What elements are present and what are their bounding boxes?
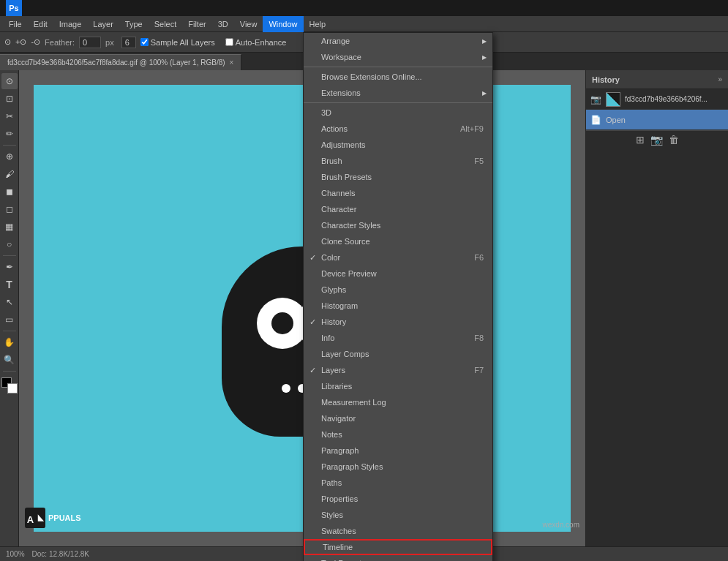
menu-filter[interactable]: Filter [182, 16, 211, 32]
checkmark-icon: ✓ [309, 317, 316, 327]
history-snapshot-row[interactable]: 📷 fd3ccd7b49e366b4206f... [586, 89, 728, 110]
window-menu-item-3d[interactable]: 3D [304, 105, 492, 121]
menu-item-label: Paths [321, 478, 342, 487]
auto-enhance-check[interactable]: Auto-Enhance [225, 38, 287, 47]
tool-brush[interactable]: 🖌 [1, 166, 18, 182]
canvas-area: A PPUALS wexdn.com [19, 70, 585, 546]
menu-file[interactable]: File [3, 16, 28, 32]
menu-type[interactable]: Type [119, 16, 149, 32]
camera-icon: 📷 [590, 94, 601, 105]
window-menu-item-properties[interactable]: Properties [304, 491, 492, 507]
window-menu-item-glyphs[interactable]: Glyphs [304, 282, 492, 298]
window-menu-item-history[interactable]: ✓History [304, 314, 492, 330]
tool-pen[interactable]: ✒ [1, 259, 18, 275]
checkmark-icon: ✓ [309, 253, 316, 263]
history-item-icon: 📄 [590, 115, 601, 125]
history-snapshot-label: fd3ccd7b49e366b4206f... [625, 95, 708, 103]
window-menu-item-measurement_log[interactable]: Measurement Log [304, 394, 492, 410]
menu-image[interactable]: Image [53, 16, 88, 32]
tool-gradient[interactable]: ▦ [1, 219, 18, 235]
history-panel-controls: » [718, 75, 722, 83]
color-picker[interactable] [1, 377, 18, 394]
toolbar-separator-2 [3, 255, 16, 256]
tool-lasso[interactable]: ⊙ [1, 73, 18, 89]
window-menu-item-channels[interactable]: Channels [304, 185, 492, 201]
menu-item-label: Paragraph Styles [321, 462, 383, 471]
window-menu-item-layer_comps[interactable]: Layer Comps [304, 346, 492, 362]
history-actions: ⊞ 📷 🗑 [586, 130, 728, 148]
tool-icon-lasso: ⊙ [4, 37, 11, 47]
menu-item-label: Timeline [323, 543, 353, 551]
tool-dodge[interactable]: ○ [1, 236, 18, 252]
menu-help[interactable]: Help [304, 16, 332, 32]
window-menu-item-browse_ext[interactable]: Browse Extensions Online... [304, 69, 492, 85]
sample-all-layers-check[interactable]: Sample All Layers [140, 38, 215, 47]
window-menu-dropdown: ArrangeWorkspaceBrowse Extensions Online… [303, 32, 493, 561]
window-menu-item-paragraph[interactable]: Paragraph [304, 443, 492, 459]
menu-edit[interactable]: Edit [28, 16, 53, 32]
doc-tab-close[interactable]: × [230, 59, 234, 67]
appuals-logo-icon: A [25, 508, 45, 528]
menu-item-label: Color [321, 253, 340, 262]
window-menu-item-workspace[interactable]: Workspace [304, 49, 492, 65]
menu-view[interactable]: View [234, 16, 263, 32]
menu-window[interactable]: Window [263, 16, 303, 32]
window-menu-item-character[interactable]: Character [304, 201, 492, 217]
history-expand-btn[interactable]: » [718, 75, 722, 83]
window-menu-item-color[interactable]: ✓ColorF6 [304, 249, 492, 266]
window-menu-item-swatches[interactable]: Swatches [304, 523, 492, 539]
menu-3d[interactable]: 3D [212, 16, 234, 32]
window-menu-item-libraries[interactable]: Libraries [304, 378, 492, 394]
history-delete-btn[interactable]: 🗑 [669, 134, 679, 146]
tool-hand[interactable]: ✋ [1, 334, 18, 350]
appuals-watermark: A PPUALS [25, 507, 83, 529]
menu-item-shortcut: F6 [474, 253, 484, 262]
tool-zoom[interactable]: 🔍 [1, 352, 18, 368]
doc-tab[interactable]: fd3ccd7b49e366b4206f5ac7f8fa8dac.gif @ 1… [0, 54, 241, 70]
menu-item-label: 3D [321, 108, 331, 117]
tool-text[interactable]: T [1, 276, 18, 293]
window-menu-item-timeline[interactable]: Timeline [304, 539, 492, 555]
window-menu-item-paragraph_styles[interactable]: Paragraph Styles [304, 459, 492, 475]
tool-marquee[interactable]: ⊡ [1, 91, 18, 107]
window-menu-item-navigator[interactable]: Navigator [304, 410, 492, 426]
menu-item-label: Layer Comps [321, 350, 369, 358]
status-doc-info: Doc: 12.8K/12.8K [32, 550, 89, 558]
history-create-snapshot-btn[interactable]: 📷 [650, 134, 663, 146]
tool-shape[interactable]: ▭ [1, 312, 18, 328]
window-menu-item-paths[interactable]: Paths [304, 475, 492, 491]
window-menu-item-notes[interactable]: Notes [304, 426, 492, 443]
checkmark-icon: ✓ [309, 366, 316, 375]
ps-logo: Ps [6, 0, 22, 16]
menu-layer[interactable]: Layer [87, 16, 119, 32]
feather-label: Feather: [45, 38, 75, 47]
menu-item-label: Character [321, 205, 356, 214]
history-create-new-doc-btn[interactable]: ⊞ [636, 134, 645, 146]
window-menu-item-clone_source[interactable]: Clone Source [304, 233, 492, 249]
window-menu-item-info[interactable]: InfoF8 [304, 330, 492, 346]
window-menu-item-layers[interactable]: ✓LayersF7 [304, 362, 492, 378]
tool-eyedropper[interactable]: ✏ [1, 126, 18, 142]
background-color[interactable] [7, 383, 18, 394]
window-menu-item-device_preview[interactable]: Device Preview [304, 266, 492, 282]
menu-select[interactable]: Select [149, 16, 183, 32]
window-menu-item-brush_presets[interactable]: Brush Presets [304, 169, 492, 185]
window-menu-item-styles[interactable]: Styles [304, 507, 492, 523]
tool-eraser[interactable]: ◻ [1, 201, 18, 217]
window-menu-item-arrange[interactable]: Arrange [304, 33, 492, 49]
menu-item-label: Character Styles [321, 221, 380, 230]
tool-healing[interactable]: ⊕ [1, 148, 18, 165]
tool-stamp[interactable]: ◼ [1, 184, 18, 200]
tool-path-select[interactable]: ↖ [1, 294, 18, 310]
window-menu-item-actions[interactable]: ActionsAlt+F9 [304, 121, 492, 137]
feather-value: 0 [79, 37, 101, 48]
menu-item-label: Glyphs [321, 285, 346, 294]
window-menu-item-brush[interactable]: BrushF5 [304, 153, 492, 169]
window-menu-item-histogram[interactable]: Histogram [304, 298, 492, 314]
tool-crop[interactable]: ✂ [1, 108, 18, 124]
window-menu-item-tool_presets[interactable]: Tool Presets [304, 555, 492, 561]
window-menu-item-character_styles[interactable]: Character Styles [304, 217, 492, 233]
window-menu-item-adjustments[interactable]: Adjustments [304, 137, 492, 153]
history-open-row[interactable]: 📄 Open [586, 110, 728, 130]
window-menu-item-extensions[interactable]: Extensions [304, 85, 492, 101]
